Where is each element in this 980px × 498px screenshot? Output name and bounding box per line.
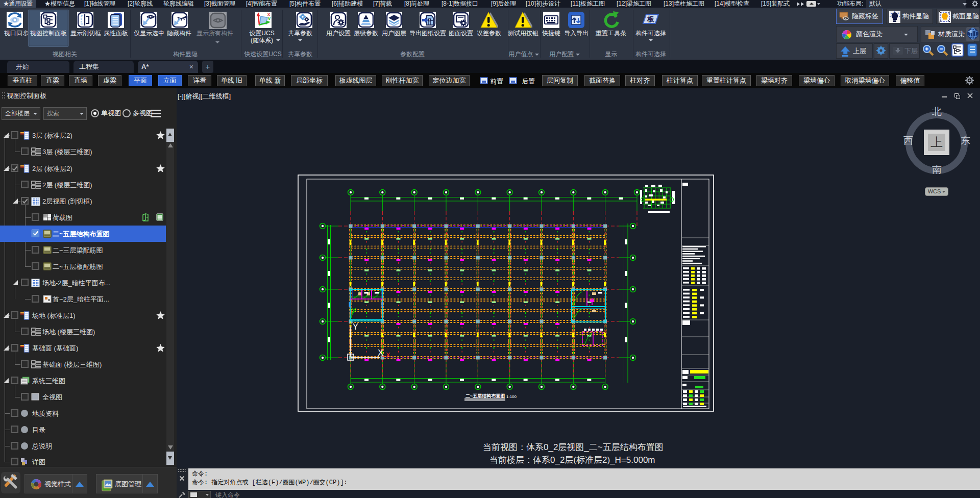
svg-text:1:100: 1:100 [506, 394, 517, 399]
svg-text:板: 板 [647, 15, 655, 23]
svg-text:二~五层结构布置图: 二~五层结构布置图 [465, 393, 505, 399]
svg-text:X: X [386, 351, 390, 359]
svg-text:Y: Y [353, 322, 358, 331]
svg-text:v: v [268, 16, 271, 21]
svg-text:X: X [378, 348, 383, 358]
